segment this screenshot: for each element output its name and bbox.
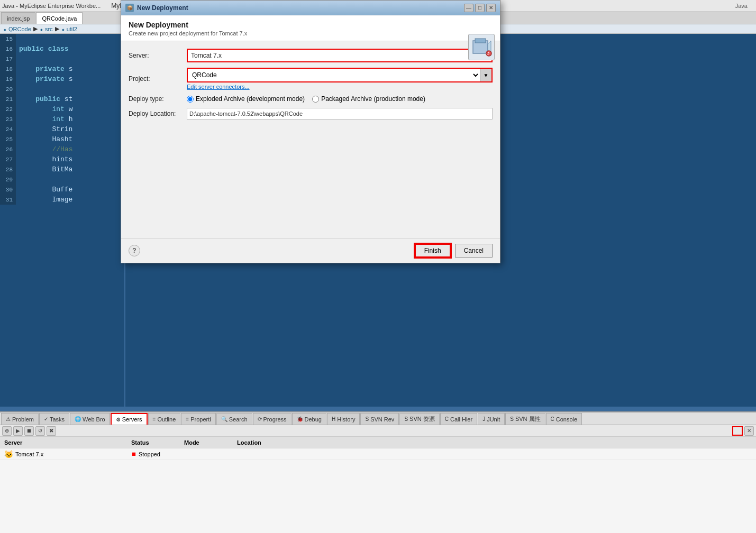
tab-console[interactable]: C Console bbox=[546, 413, 582, 425]
project-label: Project: bbox=[129, 75, 187, 82]
dialog-title: New Deployment bbox=[137, 4, 464, 12]
dialog-minimize-button[interactable]: — bbox=[464, 4, 473, 12]
header-server: Server bbox=[0, 439, 127, 446]
tab-junit[interactable]: J JUnit bbox=[478, 413, 505, 425]
finish-button[interactable]: Finish bbox=[415, 244, 451, 258]
tab-history[interactable]: H History bbox=[327, 413, 360, 425]
toolbar-btn-1[interactable]: ⊕ bbox=[2, 426, 12, 436]
right-panel-button[interactable] bbox=[732, 426, 743, 436]
server-status-cell: ⏹ Stopped bbox=[127, 451, 180, 457]
dialog-header-icon: ↺ bbox=[468, 34, 495, 60]
edit-server-connectors-link[interactable]: Edit server connectors... bbox=[187, 84, 493, 90]
deploy-type-form-row: Deploy type: Exploded Archive (developme… bbox=[129, 95, 493, 103]
project-select-input[interactable]: QRCode bbox=[188, 69, 480, 81]
dialog-window-controls: — □ ✕ bbox=[464, 4, 496, 12]
svg-rect-1 bbox=[475, 39, 486, 43]
exploded-archive-radio[interactable] bbox=[187, 96, 194, 103]
header-status: Status bbox=[127, 439, 180, 446]
tab-tasks[interactable]: ✓ Tasks bbox=[39, 413, 69, 425]
breadcrumb-item-util2[interactable]: ⬥ util2 bbox=[61, 26, 77, 32]
server-name: Tomcat 7.x bbox=[15, 451, 43, 457]
deploy-type-label: Deploy type: bbox=[129, 95, 187, 103]
tab-svn-props[interactable]: S SVN 属性 bbox=[505, 413, 545, 425]
help-button[interactable]: ? bbox=[129, 245, 140, 256]
project-form-row: Project: QRCode ▼ Edit server connectors… bbox=[129, 68, 493, 90]
tab-index-jsp[interactable]: index.jsp bbox=[1, 12, 35, 24]
problem-icon: ⚠ bbox=[6, 416, 11, 422]
history-icon: H bbox=[332, 416, 335, 422]
svn-props-icon: S bbox=[510, 416, 514, 422]
bottom-tabs-bar: ⚠ Problem ✓ Tasks 🌐 Web Bro ⚙ Servers ≡ … bbox=[0, 412, 756, 425]
dialog-content: Server: Tomcat 7.x Project: QRCode ▼ Edi… bbox=[121, 41, 500, 132]
project-select-arrow[interactable]: ▼ bbox=[480, 69, 491, 81]
dialog-header-subtitle: Create new project deployment for Tomcat… bbox=[129, 30, 493, 36]
header-mode: Mode bbox=[180, 439, 233, 446]
search-icon: 🔍 bbox=[221, 416, 227, 422]
header-location: Location bbox=[233, 439, 756, 446]
tab-svn-resources[interactable]: S SVN 资源 bbox=[399, 413, 439, 425]
cancel-button[interactable]: Cancel bbox=[455, 244, 493, 258]
servers-toolbar: ⊕ ▶ ⏹ ↺ ✖ ✕ bbox=[0, 425, 756, 437]
server-value-wrapper: Tomcat 7.x bbox=[187, 49, 493, 62]
tab-web-browser[interactable]: 🌐 Web Bro bbox=[70, 413, 110, 425]
toolbar-btn-2[interactable]: ▶ bbox=[13, 426, 23, 436]
tab-svn-rev[interactable]: S SVN Rev bbox=[360, 413, 399, 425]
call-hier-icon: C bbox=[445, 416, 449, 422]
dialog-header-title: New Deployment bbox=[129, 21, 493, 29]
dialog-title-icon: 📦 bbox=[125, 4, 134, 12]
dialog-footer: ? Finish Cancel bbox=[121, 238, 500, 263]
code-editor-left: 15 16public class 17 18 private s 19 pri… bbox=[0, 34, 124, 411]
tab-servers[interactable]: ⚙ Servers bbox=[111, 413, 148, 425]
server-status: Stopped bbox=[139, 451, 160, 457]
outline-icon: ≡ bbox=[153, 416, 156, 422]
new-deployment-dialog: 📦 New Deployment — □ ✕ New Deployment Cr… bbox=[121, 0, 500, 263]
server-label: Server: bbox=[129, 52, 187, 59]
deploy-location-input[interactable]: D:\apache-tomcat-7.0.52\webapps\QRCode bbox=[187, 108, 493, 120]
tab-properties[interactable]: ≡ Properti bbox=[181, 413, 215, 425]
dialog-footer-buttons: Finish Cancel bbox=[415, 244, 493, 258]
packaged-archive-radio[interactable] bbox=[312, 96, 319, 103]
exploded-archive-option[interactable]: Exploded Archive (development mode) bbox=[187, 95, 305, 103]
server-row-tomcat[interactable]: 🐱 Tomcat 7.x ⏹ Stopped bbox=[0, 448, 756, 460]
dialog-body bbox=[121, 132, 500, 238]
deploy-location-value-wrapper: D:\apache-tomcat-7.0.52\webapps\QRCode bbox=[187, 108, 493, 120]
bottom-panel: ⚠ Problem ✓ Tasks 🌐 Web Bro ⚙ Servers ≡ … bbox=[0, 411, 756, 533]
debug-icon: 🐞 bbox=[297, 416, 303, 422]
properties-icon: ≡ bbox=[186, 416, 189, 422]
dialog-close-button[interactable]: ✕ bbox=[486, 4, 496, 12]
tab-problem[interactable]: ⚠ Problem bbox=[1, 413, 39, 425]
toolbar-btn-close[interactable]: ✕ bbox=[744, 426, 754, 436]
server-value: Tomcat 7.x bbox=[187, 49, 493, 62]
servers-table-header: Server Status Mode Location bbox=[0, 437, 756, 448]
packaged-archive-option[interactable]: Packaged Archive (production mode) bbox=[312, 95, 425, 103]
toolbar-btn-4[interactable]: ↺ bbox=[35, 426, 45, 436]
tab-qrcode-java[interactable]: QRCode.java bbox=[36, 12, 83, 24]
junit-icon: J bbox=[482, 416, 485, 422]
svn-rev-icon: S bbox=[365, 416, 369, 422]
window-title: Java - MyEclipse Enterprise Workbe... bbox=[2, 3, 101, 9]
perspective-label: Java bbox=[735, 3, 748, 9]
svg-text:↺: ↺ bbox=[486, 51, 490, 56]
deploy-location-label: Deploy Location: bbox=[129, 110, 187, 117]
dialog-maximize-button[interactable]: □ bbox=[475, 4, 485, 12]
breadcrumb-item-src[interactable]: ⬥ src bbox=[40, 26, 53, 32]
dialog-titlebar: 📦 New Deployment — □ ✕ bbox=[121, 1, 500, 15]
server-icon: 🐱 bbox=[4, 450, 13, 458]
toolbar-btn-3[interactable]: ⏹ bbox=[24, 426, 34, 436]
deploy-type-options: Exploded Archive (development mode) Pack… bbox=[187, 95, 493, 103]
servers-icon: ⚙ bbox=[116, 417, 121, 422]
toolbar-btn-5[interactable]: ✖ bbox=[47, 426, 56, 436]
tab-progress[interactable]: ⟳ Progress bbox=[253, 413, 292, 425]
console-icon: C bbox=[551, 416, 554, 422]
breadcrumb-item-qrcode[interactable]: ⬥ QRCode bbox=[3, 26, 31, 32]
project-dropdown[interactable]: QRCode ▼ bbox=[187, 68, 493, 82]
dialog-header: New Deployment Create new project deploy… bbox=[121, 15, 500, 41]
tab-search[interactable]: 🔍 Search bbox=[216, 413, 252, 425]
svn-res-icon: S bbox=[404, 416, 408, 422]
server-form-row: Server: Tomcat 7.x bbox=[129, 49, 493, 62]
tab-debug[interactable]: 🐞 Debug bbox=[292, 413, 326, 425]
exploded-archive-label: Exploded Archive (development mode) bbox=[196, 95, 305, 103]
tab-call-hierarchy[interactable]: C Call Hier bbox=[440, 413, 477, 425]
browser-icon: 🌐 bbox=[75, 416, 81, 422]
tab-outline[interactable]: ≡ Outline bbox=[148, 413, 181, 425]
